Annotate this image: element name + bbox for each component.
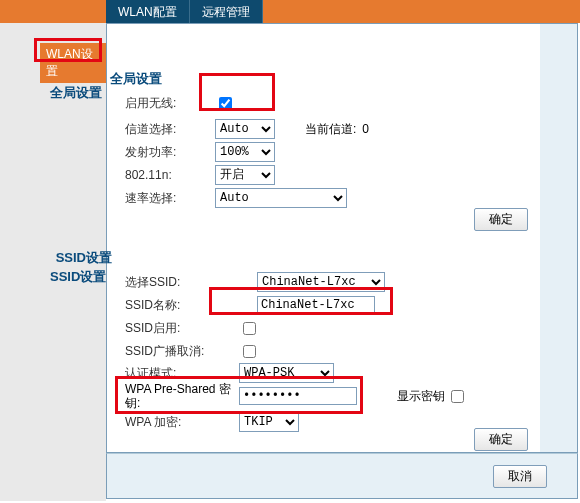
main-panel: 全局设置 启用无线: 信道选择: Auto 当前信道: 0 发射功率: 100%… <box>106 23 540 453</box>
tab-wlan-config[interactable]: WLAN配置 <box>106 0 190 23</box>
section-title-global-side: 全局设置 <box>50 84 102 102</box>
wpa-enc-select[interactable]: TKIP <box>239 412 299 432</box>
rate-select[interactable]: Auto <box>215 188 347 208</box>
rate-label: 速率选择: <box>125 190 215 207</box>
select-ssid-label: 选择SSID: <box>125 274 215 291</box>
top-tabbar: WLAN配置 远程管理 <box>0 0 580 23</box>
right-column <box>540 23 578 453</box>
auth-mode-select[interactable]: WPA-PSK <box>239 363 334 383</box>
current-channel-value: 0 <box>362 122 369 136</box>
ssid-enable-label: SSID启用: <box>125 320 215 337</box>
cancel-button[interactable]: 取消 <box>493 465 547 488</box>
select-ssid-select[interactable]: ChinaNet-L7xc <box>257 272 385 292</box>
ssid-broadcast-checkbox[interactable] <box>243 345 256 358</box>
enable-wireless-checkbox[interactable] <box>219 97 232 110</box>
channel-label: 信道选择: <box>125 121 215 138</box>
wpa-enc-label: WPA 加密: <box>125 414 215 431</box>
topbar-spacer <box>0 0 106 23</box>
auth-mode-label: 认证模式: <box>125 365 215 382</box>
tx-power-select[interactable]: 100% <box>215 142 275 162</box>
current-channel-label: 当前信道: <box>305 121 356 138</box>
show-key-checkbox[interactable] <box>451 390 464 403</box>
show-key-label: 显示密钥 <box>397 388 445 405</box>
confirm-button-ssid[interactable]: 确定 <box>474 428 528 451</box>
section-title-ssid-side: SSID设置 <box>50 268 106 286</box>
ssid-name-label: SSID名称: <box>125 297 215 314</box>
ssid-name-input[interactable] <box>257 296 375 314</box>
ssid-broadcast-label: SSID广播取消: <box>125 343 215 360</box>
section-title-global: 全局设置 <box>110 70 162 88</box>
confirm-button-global[interactable]: 确定 <box>474 208 528 231</box>
mode-label: 802.11n: <box>125 168 215 182</box>
channel-select[interactable]: Auto <box>215 119 275 139</box>
section-title-ssid: SSID设置 <box>52 249 112 267</box>
footer: 取消 <box>106 453 578 499</box>
tab-remote-mgmt[interactable]: 远程管理 <box>190 0 263 23</box>
wpa-key-input[interactable] <box>239 387 357 405</box>
wpa-key-label: WPA Pre-Shared 密 钥: <box>125 382 239 410</box>
ssid-enable-checkbox[interactable] <box>243 322 256 335</box>
enable-wireless-label: 启用无线: <box>125 95 215 112</box>
mode-select[interactable]: 开启 <box>215 165 275 185</box>
tx-power-label: 发射功率: <box>125 144 215 161</box>
sidebar-item-wlan-settings[interactable]: WLAN设置 <box>40 43 106 83</box>
